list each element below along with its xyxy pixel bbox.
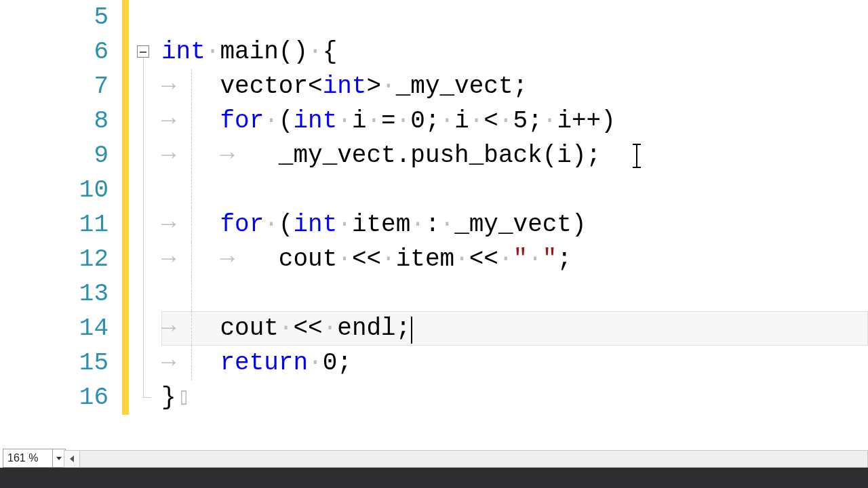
line-number: 7	[0, 69, 122, 104]
code-content[interactable]: → → cout·<<·item·<<·"·";	[161, 242, 868, 277]
change-marker	[122, 207, 129, 242]
code-line[interactable]: 9→ → _my_vect.push_back(i);	[0, 138, 868, 173]
change-marker	[122, 277, 129, 311]
code-content[interactable]: int·main()·{	[161, 35, 868, 69]
code-line[interactable]: 11→ for·(int·item·:·_my_vect)	[0, 207, 868, 242]
line-number: 15	[0, 346, 122, 380]
code-content[interactable]: → → _my_vect.push_back(i);	[161, 138, 868, 173]
code-line[interactable]: 12→ → cout·<<·item·<<·"·";	[0, 242, 868, 277]
change-marker	[122, 69, 129, 104]
line-number: 8	[0, 104, 122, 138]
code-content[interactable]: → return·0;	[161, 346, 868, 380]
scroll-left-button[interactable]	[64, 451, 80, 467]
change-marker	[122, 380, 129, 415]
ibeam-cursor-icon	[636, 144, 637, 168]
code-content[interactable]	[161, 277, 868, 311]
code-area[interactable]: 56int·main()·{7→ vector<int>·_my_vect;8→…	[0, 0, 868, 445]
code-line[interactable]: 13	[0, 277, 868, 311]
line-number: 12	[0, 242, 122, 277]
outline-margin	[129, 138, 161, 173]
line-number: 5	[0, 0, 122, 35]
line-number: 11	[0, 207, 122, 242]
outline-margin	[129, 0, 161, 35]
code-line[interactable]: 16}▯	[0, 380, 868, 415]
code-content[interactable]	[161, 0, 868, 35]
tab-glyph-icon: →	[220, 245, 278, 273]
outline-margin	[129, 277, 161, 311]
tab-glyph-icon: →	[220, 142, 278, 169]
outline-margin	[129, 242, 161, 277]
fold-toggle-icon[interactable]	[137, 45, 149, 58]
zoom-combobox[interactable]: 161 %	[3, 449, 66, 468]
outline-margin	[129, 173, 161, 207]
line-number: 14	[0, 311, 122, 346]
change-marker	[122, 173, 129, 207]
outline-margin	[129, 104, 161, 138]
code-line[interactable]: 8→ for·(int·i·=·0;·i·<·5;·i++)	[0, 104, 868, 138]
code-line[interactable]: 7→ vector<int>·_my_vect;	[0, 69, 868, 104]
code-content[interactable]: → vector<int>·_my_vect;	[161, 69, 868, 104]
change-marker	[122, 311, 129, 346]
change-marker	[122, 242, 129, 277]
line-number: 16	[0, 380, 122, 415]
zoom-value: 161 %	[3, 452, 52, 464]
code-content[interactable]: → for·(int·i·=·0;·i·<·5;·i++)	[161, 104, 868, 138]
outline-margin	[129, 69, 161, 104]
change-marker	[122, 346, 129, 380]
change-marker	[122, 0, 129, 35]
change-marker	[122, 138, 129, 173]
line-number: 13	[0, 277, 122, 311]
code-content[interactable]	[161, 173, 868, 207]
code-line[interactable]: 10	[0, 173, 868, 207]
paragraph-mark-icon: ▯	[178, 380, 189, 415]
outline-margin	[129, 35, 161, 69]
outline-margin	[129, 207, 161, 242]
code-line[interactable]: 14→ cout·<<·endl;	[0, 311, 868, 346]
change-marker	[122, 35, 129, 69]
code-line[interactable]: 5	[0, 0, 868, 35]
code-content[interactable]: → for·(int·item·:·_my_vect)	[161, 207, 868, 242]
output-panel-header[interactable]	[0, 468, 868, 488]
line-number: 10	[0, 173, 122, 207]
code-editor[interactable]: 56int·main()·{7→ vector<int>·_my_vect;8→…	[0, 0, 868, 488]
code-content[interactable]: }▯	[161, 380, 868, 415]
outline-margin	[129, 380, 161, 415]
outline-margin	[129, 346, 161, 380]
code-line[interactable]: 15→ return·0;	[0, 346, 868, 380]
text-caret	[411, 317, 412, 344]
line-number: 6	[0, 35, 122, 69]
code-line[interactable]: 6int·main()·{	[0, 35, 868, 69]
change-marker	[122, 104, 129, 138]
line-number: 9	[0, 138, 122, 173]
code-content[interactable]: → cout·<<·endl;	[161, 311, 868, 346]
outline-margin	[129, 311, 161, 346]
horizontal-scrollbar[interactable]	[64, 450, 868, 468]
